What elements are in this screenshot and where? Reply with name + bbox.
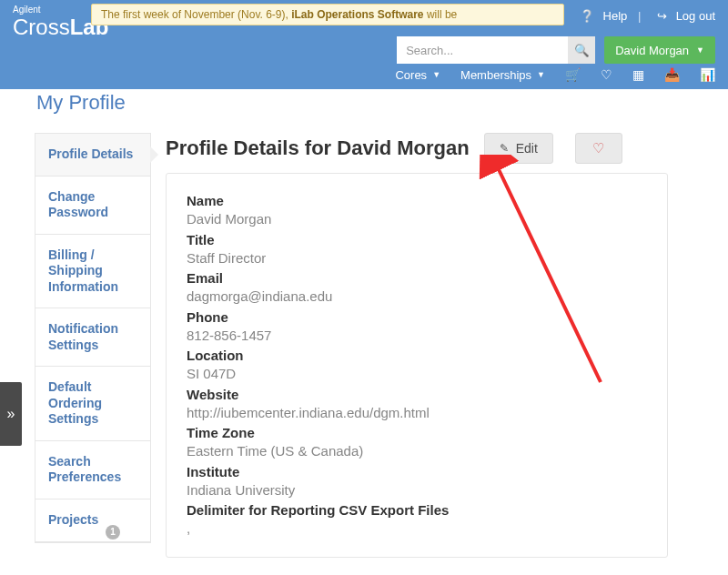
sidebar-item-billing[interactable]: Billing / Shipping Information: [35, 235, 150, 309]
banner-suffix: will be: [424, 8, 458, 21]
cart-icon[interactable]: 🛒: [565, 67, 581, 82]
separator: |: [638, 9, 641, 23]
search-input[interactable]: [397, 36, 568, 64]
timezone-label: Time Zone: [187, 424, 647, 442]
location-label: Location: [187, 347, 647, 365]
search-button[interactable]: 🔍: [568, 36, 595, 64]
sidebar-item-notifications[interactable]: Notification Settings: [35, 308, 150, 367]
sidebar-item-ordering[interactable]: Default Ordering Settings: [35, 367, 150, 441]
chevron-right-icon: »: [7, 406, 15, 422]
email-value: dagmorga@indiana.edu: [187, 288, 647, 306]
sidebar-item-search-prefs[interactable]: Search Preferences: [35, 441, 150, 499]
header-utility: ❔ Help | ↪ Log out: [574, 9, 715, 23]
sidebar-item-label: Projects: [48, 512, 98, 527]
banner-bold: iLab Operations Software: [291, 8, 423, 21]
caret-down-icon: ▼: [432, 70, 440, 79]
sidebar-toggle[interactable]: »: [0, 382, 22, 446]
timezone-value: Eastern Time (US & Canada): [187, 442, 647, 460]
website-label: Website: [187, 386, 647, 404]
pencil-icon: ✎: [500, 142, 509, 155]
edit-button[interactable]: ✎ Edit: [484, 133, 553, 164]
search-row: 🔍 David Morgan ▼: [397, 36, 715, 64]
modules-icon[interactable]: ▦: [632, 67, 644, 82]
help-link[interactable]: ❔ Help: [580, 9, 627, 23]
institute-value: Indiana University: [187, 481, 647, 499]
delimiter-label: Delimiter for Reporting CSV Export Files: [187, 501, 647, 520]
nav-cores[interactable]: Cores▼: [395, 68, 440, 82]
nav-memberships[interactable]: Memberships▼: [460, 68, 545, 82]
search-icon: 🔍: [574, 44, 590, 57]
user-menu-button[interactable]: David Morgan ▼: [604, 36, 715, 64]
search-box: 🔍: [397, 36, 595, 64]
phone-label: Phone: [187, 308, 647, 327]
email-label: Email: [187, 269, 647, 288]
content-header: Profile Details for David Morgan ✎ Edit …: [166, 133, 622, 164]
institute-label: Institute: [187, 463, 647, 481]
edit-label: Edit: [516, 141, 538, 156]
chart-icon[interactable]: 📊: [700, 67, 715, 82]
profile-panel: Name David Morgan Title Staff Director E…: [166, 173, 668, 558]
name-label: Name: [187, 192, 647, 210]
user-name-label: David Morgan: [615, 44, 689, 57]
favorite-button[interactable]: ♡: [575, 133, 622, 164]
caret-down-icon: ▼: [696, 45, 704, 55]
page-title: My Profile: [36, 91, 126, 115]
phone-value: 812-856-1457: [187, 327, 647, 345]
inbox-icon[interactable]: 📥: [664, 67, 680, 82]
projects-count-badge: 1: [106, 525, 120, 540]
caret-down-icon: ▼: [537, 70, 545, 79]
sidebar-item-projects[interactable]: Projects 1: [35, 499, 150, 542]
announcement-banner: The first week of November (Nov. 6-9), i…: [91, 4, 564, 25]
sidebar-item-profile-details[interactable]: Profile Details: [35, 134, 150, 177]
top-bar: Agilent CrossLab The first week of Novem…: [0, 0, 728, 89]
name-value: David Morgan: [187, 210, 647, 228]
sidebar: Profile Details Change Password Billing …: [35, 133, 151, 543]
title-value: Staff Director: [187, 249, 647, 267]
banner-prefix: The first week of November (Nov. 6-9),: [101, 8, 291, 21]
title-label: Title: [187, 231, 647, 249]
logo-text-1: Cross: [13, 15, 70, 39]
heart-icon: ♡: [592, 140, 604, 156]
sidebar-item-change-password[interactable]: Change Password: [35, 177, 150, 235]
heart-icon[interactable]: ♡: [601, 67, 612, 82]
main-nav: Cores▼ Memberships▼ 🛒 ♡ ▦ 📥 📊: [375, 67, 715, 82]
location-value: SI 047D: [187, 365, 647, 383]
delimiter-value: ,: [187, 520, 647, 538]
website-value: http://iubemcenter.indiana.edu/dgm.html: [187, 404, 647, 422]
logout-link[interactable]: ↪ Log out: [657, 9, 715, 23]
content-heading: Profile Details for David Morgan: [166, 136, 470, 160]
